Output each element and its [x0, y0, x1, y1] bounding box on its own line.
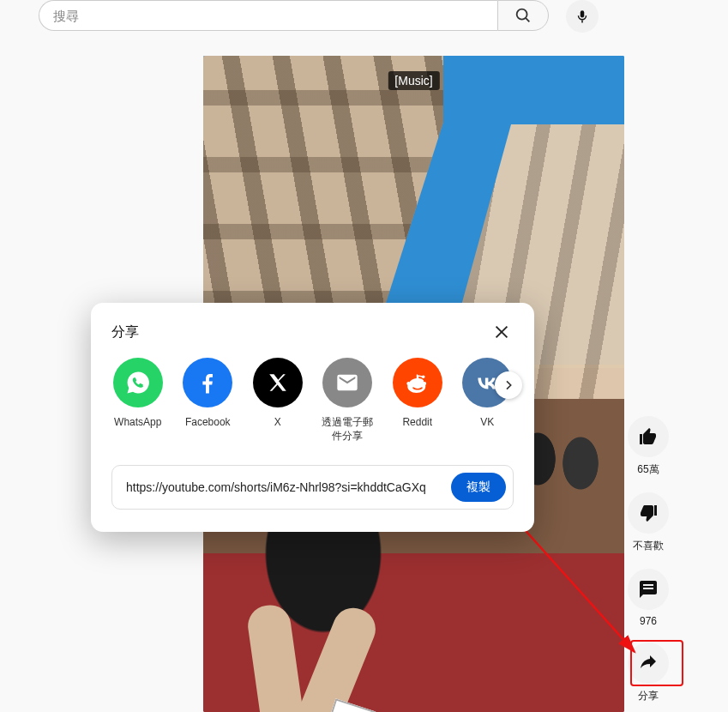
- share-target-x[interactable]: X: [251, 358, 304, 443]
- svg-point-0: [517, 9, 527, 20]
- thumbs-down-icon: [638, 503, 659, 523]
- share-target-label: WhatsApp: [114, 416, 161, 442]
- search-icon: [514, 6, 532, 25]
- facebook-icon: [195, 370, 220, 395]
- share-url-text[interactable]: https://youtube.com/shorts/iM6z-Nhrl98?s…: [126, 480, 442, 494]
- search-input[interactable]: [39, 0, 497, 31]
- x-icon: [267, 371, 289, 394]
- email-icon: [335, 371, 359, 395]
- thumbs-up-icon: [638, 426, 659, 447]
- search-bar: [39, 0, 549, 31]
- share-label: 分享: [638, 689, 659, 703]
- like-button[interactable]: [628, 416, 669, 457]
- chevron-right-icon: [502, 378, 515, 392]
- share-dialog-title: 分享: [111, 323, 139, 341]
- share-target-label: 透過電子郵件分享: [322, 416, 375, 443]
- dislike-button[interactable]: [628, 492, 669, 534]
- comment-icon: [638, 579, 659, 600]
- like-count: 65萬: [637, 462, 659, 477]
- action-rail: 65萬 不喜歡 976 分享: [622, 416, 675, 703]
- svg-rect-2: [581, 21, 583, 23]
- close-icon: [492, 323, 511, 341]
- share-target-reddit[interactable]: Reddit: [391, 358, 444, 443]
- video-caption: [Music]: [388, 71, 439, 90]
- share-target-email[interactable]: 透過電子郵件分享: [322, 358, 375, 443]
- reddit-icon: [405, 370, 430, 395]
- dislike-label: 不喜歡: [633, 539, 664, 553]
- share-target-vk[interactable]: VK: [461, 358, 514, 443]
- share-icon: [638, 653, 659, 673]
- share-target-label: X: [274, 416, 281, 442]
- copy-button[interactable]: 複製: [451, 473, 506, 502]
- share-targets-next-button[interactable]: [495, 371, 522, 399]
- comment-count: 976: [640, 615, 657, 627]
- share-target-whatsapp[interactable]: WhatsApp: [111, 358, 165, 443]
- share-target-facebook[interactable]: Facebook: [182, 358, 235, 443]
- voice-search-button[interactable]: [566, 0, 599, 33]
- share-target-label: Facebook: [185, 416, 231, 442]
- comments-button[interactable]: [628, 569, 669, 610]
- share-button[interactable]: [628, 643, 669, 684]
- svg-line-1: [526, 18, 529, 21]
- share-targets: WhatsApp Facebook X 透過電子郵件分享 Reddit: [111, 358, 514, 443]
- share-dialog: 分享 WhatsApp Facebook X 透過: [91, 303, 534, 532]
- whatsapp-icon: [125, 370, 151, 395]
- share-target-label: VK: [480, 416, 494, 442]
- share-url-row: https://youtube.com/shorts/iM6z-Nhrl98?s…: [111, 465, 514, 510]
- search-button[interactable]: [497, 0, 549, 31]
- close-button[interactable]: [490, 320, 514, 344]
- share-target-label: Reddit: [402, 416, 432, 442]
- mic-icon: [575, 9, 590, 24]
